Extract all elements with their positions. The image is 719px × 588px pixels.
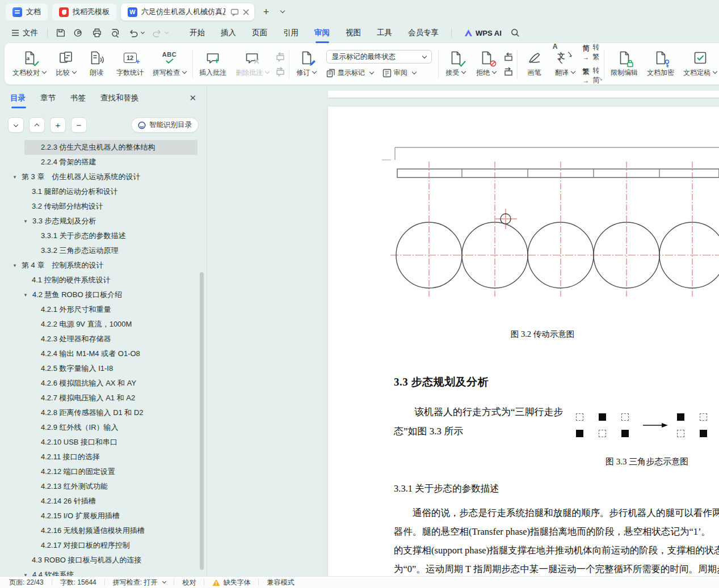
smart-toc-button[interactable]: 智能识别目录 — [131, 117, 199, 133]
document-proofread-button[interactable]: a 文档校对 — [8, 46, 51, 82]
next-change-button[interactable] — [504, 67, 513, 76]
document-page[interactable]: 图 3.2 传动示意图 3.3 步态规划及分析 该机器人的行走方式为“三脚行走步… — [328, 107, 719, 576]
toc-item[interactable]: 4.2.9 红外线（IR）输入 — [0, 420, 207, 435]
toc-zoom-in-button[interactable]: + — [50, 117, 66, 133]
toc-item[interactable]: 4.2.15 I/O 扩展板用插槽 — [0, 509, 207, 523]
toc-zoom-out-button[interactable]: − — [71, 117, 87, 133]
menu-tab-2[interactable]: 插入 — [213, 25, 244, 41]
tab-comment-icon[interactable] — [230, 8, 239, 16]
toc-item[interactable]: ▼4.2 慧鱼 ROBO 接口板介绍 — [0, 287, 207, 302]
menu-tab-1[interactable]: 开始 — [182, 25, 213, 41]
toc-item[interactable]: 4.2.16 无线射频通信模块用插槽 — [0, 523, 207, 538]
menu-tab-6[interactable]: 视图 — [338, 25, 369, 41]
toc-item[interactable]: 4.2.17 对接口板的程序控制 — [0, 538, 207, 553]
menu-tab-5[interactable]: 审阅 — [306, 25, 338, 41]
previous-comment-button[interactable] — [276, 52, 285, 61]
translate-button[interactable]: 文A 翻译 — [550, 46, 581, 82]
missing-font-warning[interactable]: 缺失字体 — [212, 578, 250, 587]
undo-button[interactable] — [128, 28, 144, 38]
menu-tab-3[interactable]: 页面 — [244, 25, 275, 41]
toc-item[interactable]: 4.2.14 26 针插槽 — [0, 494, 207, 509]
save-icon[interactable] — [56, 28, 66, 38]
show-markup-button[interactable]: 显示标记 — [326, 68, 373, 78]
spell-check-status[interactable]: 拼写检查: 打开 — [113, 578, 166, 587]
toc-expand-arrow-icon[interactable]: ▼ — [23, 219, 28, 224]
previous-change-button[interactable] — [504, 52, 513, 61]
word-count-indicator[interactable]: 字数: 15644 — [60, 578, 96, 587]
search-icon[interactable] — [511, 28, 520, 37]
restrict-editing-button[interactable]: 限制编辑 — [606, 46, 642, 82]
tab-list-caret-icon[interactable] — [280, 9, 285, 13]
sidebar-tab[interactable]: 章节 — [40, 93, 56, 108]
sidebar-tab[interactable]: 查找和替换 — [100, 93, 139, 108]
file-menu-button[interactable]: 文件 — [7, 26, 43, 40]
toc-item[interactable]: ▼第 4 章 控制系统的设计 — [0, 258, 207, 273]
toc-item[interactable]: ▼第 3 章 仿生机器人运动系统的设计 — [0, 170, 207, 184]
toc-item[interactable]: 3.2 传动部分结构设计 — [0, 199, 207, 214]
toc-expand-arrow-icon[interactable]: ▼ — [12, 263, 17, 268]
sidebar-tab[interactable]: 书签 — [70, 93, 86, 108]
wps-ai-button[interactable]: WPS AI — [464, 29, 502, 37]
encrypt-document-button[interactable]: 文档加密 — [642, 46, 679, 82]
print-icon[interactable] — [92, 28, 102, 38]
insert-comment-button[interactable]: + 插入批注 — [195, 46, 231, 82]
tab-docer[interactable]: 找稻壳模板 — [52, 3, 116, 20]
reject-change-button[interactable]: 拒绝 — [471, 46, 502, 82]
compare-button[interactable]: 比较 — [51, 46, 81, 82]
toc-item[interactable]: 4.3 ROBO 接口板与机器人的连接 — [0, 553, 207, 568]
page-indicator[interactable]: 页面: 22/43 — [9, 578, 44, 587]
toc-item[interactable]: 4.2.8 距离传感器输入 D1 和 D2 — [0, 405, 207, 420]
sidebar-tab[interactable]: 目录 — [10, 93, 26, 108]
toc-item[interactable]: 4.2.4 输出 M1-M4 或者 O1-O8 — [0, 346, 207, 361]
compatibility-mode-indicator[interactable]: 兼容模式 — [267, 578, 294, 587]
toc-item[interactable]: ▼3.3 步态规划及分析 — [0, 214, 207, 229]
toc-item[interactable]: 2.2.4 骨架的搭建 — [0, 155, 207, 170]
tab-close-icon[interactable] — [242, 9, 250, 16]
spell-check-button[interactable]: ABC 拼写检查 — [148, 46, 191, 82]
toc-item[interactable]: 4.2.10 USB 接口和串口 — [0, 435, 207, 450]
redo-button[interactable] — [152, 28, 168, 38]
toc-item[interactable]: 4.1 控制的硬件系统设计 — [0, 273, 207, 287]
new-tab-button[interactable]: + — [259, 5, 274, 19]
sidebar-close-icon[interactable]: ✕ — [189, 93, 196, 103]
toc-expand-arrow-icon[interactable]: ▼ — [23, 293, 28, 298]
tab-home[interactable]: 文档 — [6, 3, 48, 20]
toc-item[interactable]: 4.2.2 电源 9V 直流，1000M — [0, 317, 207, 332]
track-changes-button[interactable]: 修订 — [291, 46, 322, 82]
toc-item[interactable]: 4.2.13 红外测试功能 — [0, 479, 207, 494]
toc-collapse-button[interactable] — [8, 117, 24, 133]
read-aloud-button[interactable]: 朗读 — [81, 46, 112, 82]
toc-item[interactable]: 4.2.12 端口的固定设置 — [0, 464, 207, 479]
toc-item[interactable]: 4.2.5 数字量输入 I1-I8 — [0, 361, 207, 376]
proofread-status-button[interactable]: 校对 — [182, 578, 196, 587]
toc-item[interactable]: ▼4.4 软件系统 — [0, 568, 207, 576]
tab-document[interactable]: W 六足仿生机器人机械仿真及控制 — [121, 3, 254, 20]
delete-comment-button[interactable]: 删除批注 — [231, 46, 274, 82]
toc-item[interactable]: 4.2.6 模拟阻抗输入 AX 和 AY — [0, 376, 207, 391]
export-pdf-icon[interactable] — [74, 28, 84, 38]
print-preview-icon[interactable] — [110, 28, 120, 38]
word-count-button[interactable]: 12 + 字数统计 — [112, 46, 148, 82]
toc-expand-arrow-icon[interactable]: ▼ — [12, 175, 17, 180]
dialog-launcher-icon[interactable]: ↘ — [598, 75, 603, 82]
toc-expand-button[interactable] — [29, 117, 45, 133]
accept-change-button[interactable]: 接受 — [440, 46, 471, 82]
to-simplified-button[interactable]: 繁→ 转简 — [583, 66, 600, 85]
menu-tab-7[interactable]: 工具 — [369, 25, 400, 41]
brush-button[interactable]: 画笔 — [519, 46, 550, 82]
toc-item[interactable]: 4.2.11 接口的选择 — [0, 450, 207, 464]
toc-item[interactable]: 3.3.2 三角步态运动原理 — [0, 243, 207, 258]
toc-item[interactable]: 3.1 腿部的运动分析和设计 — [0, 184, 207, 199]
menu-tab-4[interactable]: 引用 — [275, 25, 306, 41]
to-traditional-button[interactable]: 简→ 转繁 — [583, 43, 600, 62]
finalize-document-button[interactable]: 文档定稿 — [679, 46, 719, 82]
review-pane-button[interactable]: 审阅 — [382, 68, 416, 78]
menu-tab-8[interactable]: 会员专享 — [400, 25, 447, 41]
toc-item[interactable]: 4.2.7 模拟电压输入 A1 和 A2 — [0, 391, 207, 405]
sidebar-scrollbar[interactable] — [200, 272, 204, 570]
toc-item[interactable]: 2.2.3 仿生六足虫机器人的整体结构 — [24, 140, 197, 155]
toc-item[interactable]: 4.2.3 处理器和存储器 — [0, 332, 207, 346]
next-comment-button[interactable] — [276, 67, 285, 76]
toc-item[interactable]: 3.3.1 关于步态的参数描述 — [0, 229, 207, 243]
markup-state-select[interactable]: 显示标记的最终状态 — [326, 50, 432, 64]
